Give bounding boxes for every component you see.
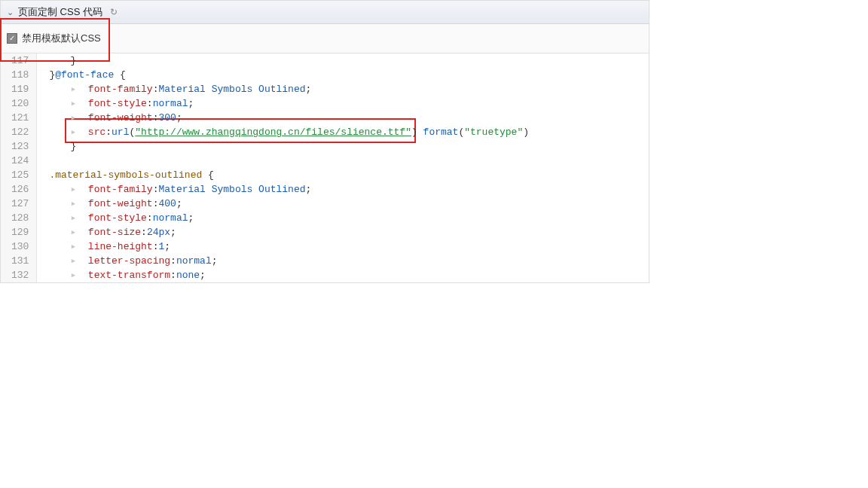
- code-line[interactable]: [49, 154, 649, 168]
- code-editor[interactable]: 1171181191201211221231241251261271281291…: [1, 53, 649, 282]
- line-number: 121: [11, 111, 29, 125]
- line-number: 125: [11, 168, 29, 182]
- code-line[interactable]: .material-symbols-outlined {: [49, 168, 649, 182]
- code-line[interactable]: ▸ font-family:Material Symbols Outlined;: [49, 82, 649, 96]
- line-number: 122: [11, 125, 29, 139]
- app-container: ⌄ 页面定制 CSS 代码 ↻ ✓ 禁用模板默认CSS 117118119120…: [0, 0, 868, 283]
- code-line[interactable]: ▸ font-weight:300;: [49, 111, 649, 125]
- line-number: 129: [11, 225, 29, 239]
- code-line[interactable]: ▸ font-style:normal;: [49, 211, 649, 225]
- code-line[interactable]: ▸ font-size:24px;: [49, 225, 649, 239]
- panel-header[interactable]: ⌄ 页面定制 CSS 代码 ↻: [1, 1, 649, 24]
- line-number: 128: [11, 211, 29, 225]
- line-number: 131: [11, 254, 29, 268]
- line-number: 123: [11, 139, 29, 154]
- code-area[interactable]: }}@font-face {▸ font-family:Material Sym…: [37, 53, 649, 282]
- code-line[interactable]: ▸ line-height:1;: [49, 239, 649, 254]
- line-gutter: 1171181191201211221231241251261271281291…: [1, 53, 37, 282]
- line-number: 124: [11, 154, 29, 168]
- line-number: 126: [11, 182, 29, 197]
- line-number: 132: [11, 268, 29, 282]
- line-number: 127: [11, 197, 29, 211]
- code-line[interactable]: ▸ font-family:Material Symbols Outlined;: [49, 182, 649, 197]
- collapse-icon: ⌄: [7, 8, 14, 17]
- line-number: 119: [11, 82, 29, 96]
- line-number: 130: [11, 239, 29, 254]
- disable-default-css-label: 禁用模板默认CSS: [22, 32, 101, 45]
- code-line[interactable]: }: [49, 53, 649, 68]
- css-panel: ⌄ 页面定制 CSS 代码 ↻ ✓ 禁用模板默认CSS 117118119120…: [0, 0, 649, 283]
- code-line[interactable]: ▸ letter-spacing:normal;: [49, 254, 649, 268]
- disable-default-css-row: ✓ 禁用模板默认CSS: [1, 24, 649, 53]
- line-number: 120: [11, 96, 29, 111]
- disable-default-css-checkbox[interactable]: ✓: [7, 33, 17, 44]
- code-line[interactable]: ▸ font-style:normal;: [49, 96, 649, 111]
- code-line[interactable]: ▸ font-weight:400;: [49, 197, 649, 211]
- code-line[interactable]: }: [49, 139, 649, 154]
- code-line[interactable]: }@font-face {: [49, 68, 649, 82]
- refresh-icon[interactable]: ↻: [110, 7, 118, 17]
- code-line[interactable]: ▸ src:url("http://www.zhangqingdong.cn/f…: [49, 125, 649, 139]
- panel-title: 页面定制 CSS 代码: [18, 5, 102, 19]
- code-line[interactable]: ▸ text-transform:none;: [49, 268, 649, 282]
- line-number: 118: [11, 68, 29, 82]
- line-number: 117: [11, 53, 29, 68]
